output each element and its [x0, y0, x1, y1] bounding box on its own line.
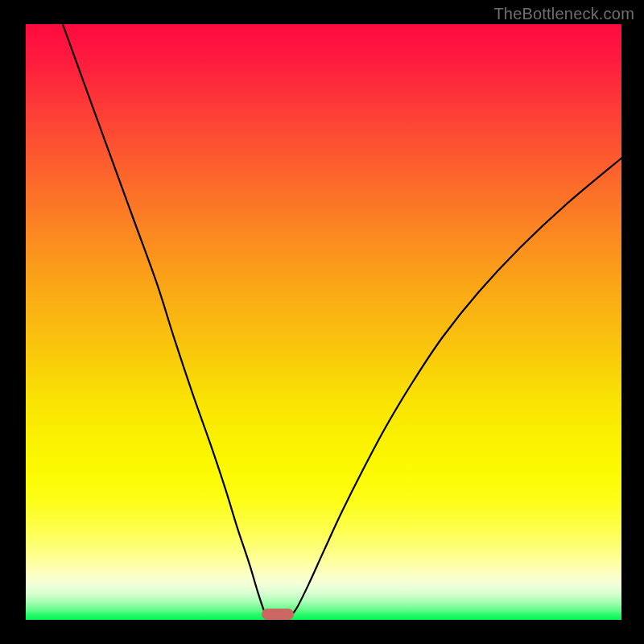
left-curve [63, 24, 267, 617]
plot-area [26, 24, 621, 620]
curves-layer [26, 24, 621, 620]
minimum-marker [262, 609, 294, 620]
right-curve [290, 159, 621, 617]
watermark-text: TheBottleneck.com [493, 5, 634, 23]
chart-frame: TheBottleneck.com [0, 0, 644, 644]
